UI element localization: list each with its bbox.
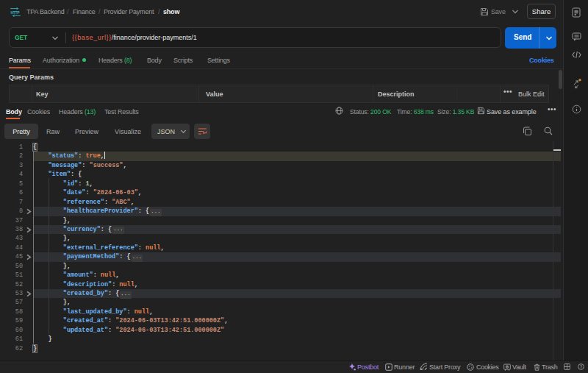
svg-text:HTTP: HTTP	[10, 10, 20, 15]
